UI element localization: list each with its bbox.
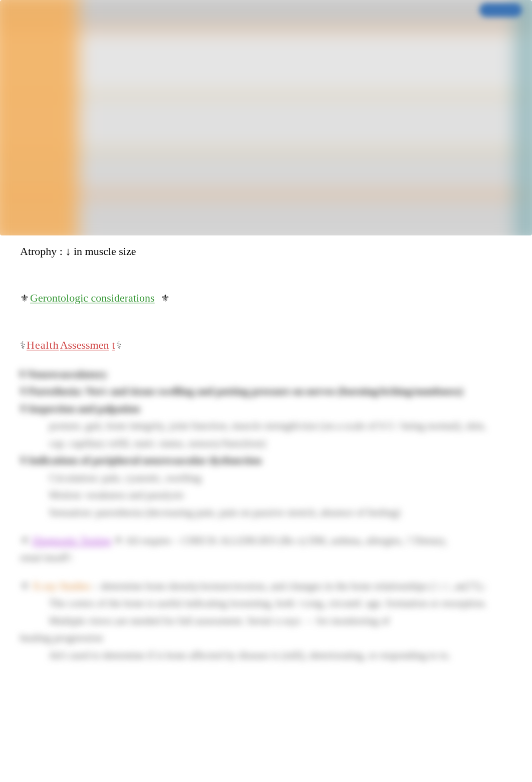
gerontologic-label: Gerontologic considerations <box>30 292 155 305</box>
photo-table-blur <box>0 0 532 235</box>
atrophy-line: Atrophy : ↓ in muscle size <box>20 243 512 259</box>
caduceus-icon: ⚕ <box>20 339 26 351</box>
gerontologic-heading: ⚜ Gerontologic considerations ⚜ <box>20 292 512 305</box>
health-assessment-label-a: Health <box>27 339 59 352</box>
fleur-icon: ⚜ <box>20 292 29 304</box>
blurred-line: Jnt's used to determine if is bone affec… <box>49 648 512 663</box>
health-assessment-label-c: t <box>112 339 115 352</box>
document-body: Atrophy : ↓ in muscle size ⚜ Gerontologi… <box>0 243 532 685</box>
xray-studies-blur: X-ray Studies <box>32 580 90 592</box>
diagnostic-testing-blur: Diagnostic Testing <box>32 535 111 547</box>
health-assessment-label-b: Assessmen <box>60 339 109 352</box>
fleur-blur: ⚜ <box>20 535 30 547</box>
blurred-line: ⚕ Inspection and palpation <box>20 401 512 416</box>
fleur-icon: ⚜ <box>161 292 170 304</box>
blurred-line: ⚕ Indications of peripheral neurovascula… <box>20 453 512 468</box>
blurred-line: healing progression <box>20 630 512 645</box>
blurred-line: posture, gait, bone integrity, joint fun… <box>49 418 512 433</box>
health-assessment-heading: ⚕ Health Assessmen t ⚕ <box>20 339 512 352</box>
blurred-span: – determine bone density/texture/erosion… <box>93 580 486 592</box>
blurred-line: ⚜ X-ray Studies – determine bone density… <box>20 579 512 594</box>
blurred-line: Circulation: pale, cyanotic, swelling <box>49 470 512 485</box>
blurred-line: Multiple views are needed for full asses… <box>49 613 512 628</box>
blurred-line: ⚜ Diagnostic Testing ⚜ All require – CHE… <box>20 533 512 548</box>
blurred-line: cap. capillary refill, nutri. status, se… <box>49 436 512 451</box>
blurred-line: Sensation: paresthesia (decreasing pain,… <box>49 505 512 520</box>
fleur-blur: ⚜ <box>20 580 30 592</box>
blurred-line: Motion: weakness and paralysis <box>49 487 512 502</box>
caduceus-icon: ⚕ <box>116 339 122 351</box>
blurred-line: The cortex of the bone is useful indicat… <box>49 596 512 611</box>
blurred-line: renal insuff↑ <box>20 550 512 565</box>
blurred-line: ⚕ Paresthesia: Nerv and tissue swelling … <box>20 384 512 399</box>
blurred-line: ⚕ Neurovasculatory <box>19 367 512 382</box>
blurred-span: ⚜ All require – CHECK ALLERGIES (Re x) D… <box>114 535 447 547</box>
